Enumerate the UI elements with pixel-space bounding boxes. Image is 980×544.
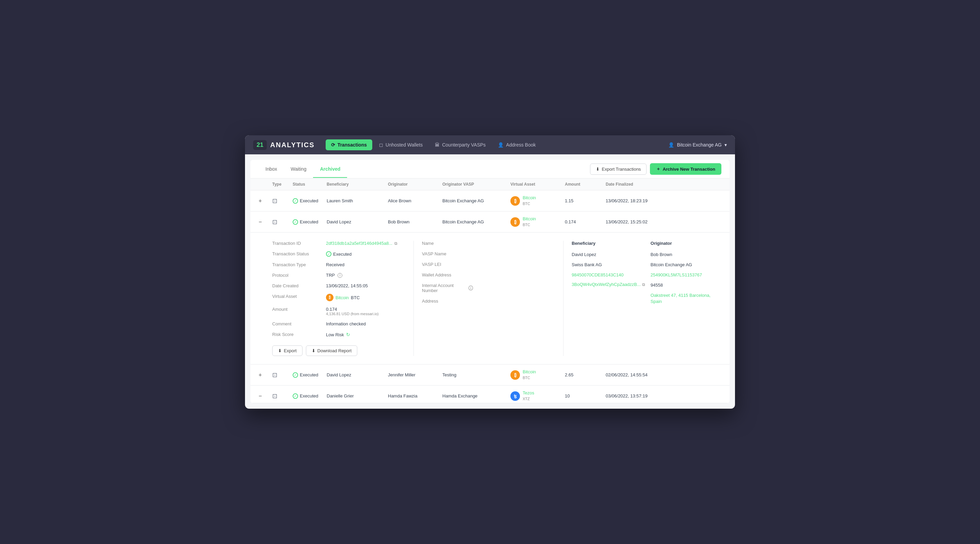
originator-4: Hamda Fawzia	[388, 393, 442, 398]
tx-row-main-3[interactable]: + ⊡ ✓ Executed David Lopez Jennifer Mill…	[250, 365, 730, 385]
export-transactions-button[interactable]: ⬇ Export Transactions	[590, 163, 646, 175]
tx-type-icon-1: ⊡	[272, 197, 293, 205]
status-1: ✓ Executed	[293, 198, 327, 204]
name-label: Name	[422, 241, 473, 246]
risk-value: Low Risk	[326, 332, 344, 337]
beneficiary-vasp-row: Swiss Bank AG	[572, 262, 645, 268]
archive-new-transaction-button[interactable]: ＋ Archive New Transaction	[650, 163, 721, 175]
beneficiary-2: David Lopez	[327, 219, 388, 224]
amount-sub: 4,136.81 USD (from messari.io)	[326, 312, 405, 316]
status-4: ✓ Executed	[293, 393, 327, 399]
nav-transactions-label: Transactions	[337, 142, 367, 147]
detail-status-value: ✓ Executed	[326, 251, 405, 257]
download-icon: ⬇	[596, 167, 600, 172]
user-menu[interactable]: 👤 Bitcoin Exchange AG ▾	[668, 142, 727, 147]
originator-account-row: 94558	[651, 282, 713, 288]
plus-icon: ＋	[656, 166, 660, 172]
col-originator-vasp: Originator VASP	[442, 182, 511, 187]
detail-row-wallet: Wallet Address	[422, 272, 555, 278]
txid-value[interactable]: 2df318db1a2a5ef3f146d4945a8...	[326, 241, 392, 246]
bitcoin-icon-2: ₿	[511, 217, 520, 227]
col-status: Status	[293, 182, 327, 187]
risk-value-row: Low Risk ↻	[326, 332, 405, 337]
expand-button-4[interactable]: −	[259, 393, 272, 399]
detail-row-status: Transaction Status ✓ Executed	[272, 251, 405, 257]
table-row: + ⊡ ✓ Executed Lauren Smith Alice Brown …	[250, 190, 730, 211]
tx-row-main-1[interactable]: + ⊡ ✓ Executed Lauren Smith Alice Brown …	[250, 190, 730, 211]
date-created-value: 13/06/2022, 14:55:05	[326, 283, 405, 288]
expand-button-2[interactable]: −	[259, 219, 272, 225]
protocol-info-icon[interactable]: i	[337, 273, 342, 278]
chevron-down-icon: ▾	[724, 142, 727, 147]
tx-type-icon-4: ⊡	[272, 392, 293, 400]
addressbook-icon: 👤	[498, 142, 504, 147]
detail-row-txid: Transaction ID 2df318db1a2a5ef3f146d4945…	[272, 241, 405, 246]
beneficiary-name: David Lopez	[572, 252, 596, 257]
col-beneficiary: Beneficiary	[327, 182, 388, 187]
virtual-asset-label: Virtual Asset	[272, 294, 323, 299]
tx-row-main-2[interactable]: − ⊡ ✓ Executed David Lopez Bob Brown Bit…	[250, 211, 730, 232]
protocol-value-row: TRP i	[326, 273, 405, 278]
bitcoin-icon-1: ₿	[511, 196, 520, 206]
originator-lei-row: 254900KL5M7LS1153767	[651, 272, 713, 278]
amount-main: 0.174	[326, 307, 405, 312]
detail-row-comment: Comment Information checked	[272, 321, 405, 327]
tab-archived[interactable]: Archived	[313, 161, 347, 178]
detail-col-vasp: Name VASP Name VASP LEI Wallet Address	[422, 241, 563, 356]
comment-value: Information checked	[326, 321, 405, 327]
status-3: ✓ Executed	[293, 372, 327, 378]
amount-1: 1.15	[565, 198, 606, 203]
tabs-row: Inbox Waiting Archived ⬇ Export Transact…	[250, 160, 730, 179]
col-originator: Originator	[388, 182, 442, 187]
vasp-name-label: VASP Name	[422, 251, 473, 256]
download-report-button[interactable]: ⬇ Download Report	[306, 346, 357, 356]
type-value: Received	[326, 262, 405, 267]
copy-icon[interactable]: ⧉	[395, 241, 398, 246]
detail-row-protocol: Protocol TRP i	[272, 273, 405, 278]
protocol-label: Protocol	[272, 273, 323, 278]
originator-address[interactable]: Oakstreet 47, 4115 Barcelona, Spain	[651, 293, 711, 304]
date-3: 02/06/2022, 14:55:54	[606, 372, 667, 377]
beneficiary-lei-row: 98450070CDE85143C140	[572, 272, 645, 278]
account-info-icon[interactable]: i	[469, 285, 473, 290]
originator-vasp-3: Testing	[442, 372, 511, 377]
export-button[interactable]: ⬇ Export	[272, 346, 302, 356]
bitcoin-icon-3: ₿	[511, 370, 520, 380]
detail-bitcoin-icon: ₿	[326, 294, 334, 301]
refresh-icon[interactable]: ↻	[346, 332, 350, 337]
originator-address-row: Oakstreet 47, 4115 Barcelona, Spain	[651, 292, 713, 304]
nav-transactions[interactable]: ⟳ Transactions	[326, 140, 372, 150]
address-label: Address	[422, 298, 473, 304]
vasp-lei-label: VASP LEI	[422, 262, 473, 267]
expand-button-1[interactable]: +	[259, 198, 272, 204]
date-2: 13/06/2022, 15:25:02	[606, 219, 667, 224]
nav-bar: 21 ANALYTICS ⟳ Transactions ◻ Unhosted W…	[245, 135, 735, 154]
originator-2: Bob Brown	[388, 219, 442, 224]
nav-unhosted[interactable]: ◻ Unhosted Wallets	[374, 140, 428, 150]
detail-asset-name[interactable]: Bitcoin	[336, 295, 349, 300]
risk-label: Risk Score	[272, 332, 323, 337]
originator-header: Originator	[651, 241, 713, 246]
user-name: Bitcoin Exchange AG	[677, 142, 722, 147]
originator-lei[interactable]: 254900KL5M7LS1153767	[651, 272, 702, 278]
tx-row-main-4[interactable]: − ⊡ ✓ Executed Danielle Grier Hamda Fawz…	[250, 385, 730, 403]
beneficiary-wallet[interactable]: 3BoQW4vQtxWefZyhCpZaadzzB...	[572, 282, 641, 287]
tab-inbox[interactable]: Inbox	[259, 161, 284, 178]
tab-waiting[interactable]: Waiting	[284, 161, 313, 178]
account-label-row: Internal Account Number i	[422, 283, 473, 293]
nav-addressbook[interactable]: 👤 Address Book	[492, 140, 541, 150]
logo: 21 ANALYTICS	[253, 140, 315, 150]
table-row: + ⊡ ✓ Executed David Lopez Jennifer Mill…	[250, 365, 730, 385]
originator-name: Bob Brown	[651, 252, 672, 257]
tx-detail-panel: Transaction ID 2df318db1a2a5ef3f146d4945…	[250, 232, 730, 364]
wallet-copy-icon[interactable]: ⧉	[642, 282, 645, 287]
unhosted-icon: ◻	[379, 142, 383, 147]
beneficiary-lei[interactable]: 98450070CDE85143C140	[572, 272, 624, 278]
expand-button-3[interactable]: +	[259, 372, 272, 378]
beneficiary-name-row: David Lopez	[572, 251, 645, 257]
status-dot-1: ✓	[293, 198, 298, 204]
beneficiary-col: Beneficiary David Lopez Swiss Bank AG 98…	[572, 241, 645, 308]
wallet-label: Wallet Address	[422, 272, 473, 278]
nav-counterparty[interactable]: 🏛 Counterparty VASPs	[430, 140, 491, 150]
amount-2: 0.174	[565, 219, 606, 224]
